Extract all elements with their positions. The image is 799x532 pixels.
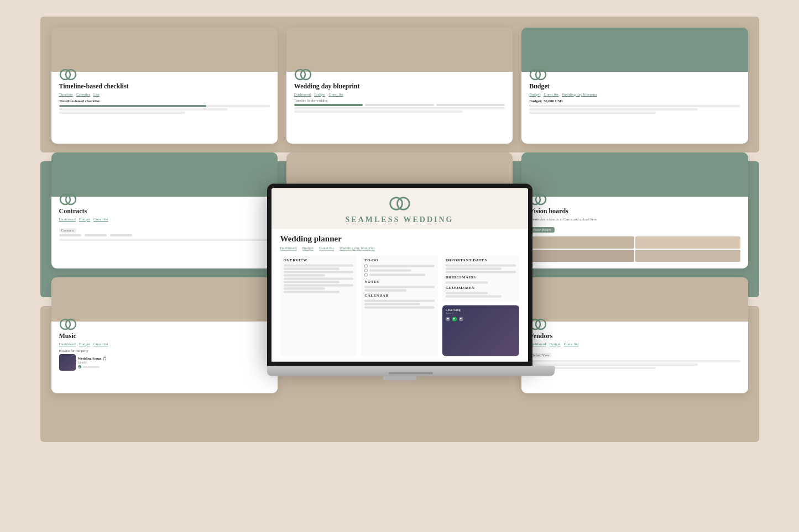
card-1-nav: TimelineCalendarList	[59, 92, 270, 97]
logo-rings-icon	[294, 69, 312, 81]
laptop-grid: Overview To-	[280, 255, 519, 356]
card-vendors: Vendors DashboardBudgetGuest list Defaul…	[521, 277, 748, 393]
laptop-base	[267, 366, 555, 376]
laptop-stand	[383, 376, 416, 380]
laptop-content: Wedding planner DashboardBudgetGuest lis…	[271, 229, 528, 361]
card-wedding-blueprint: Wedding day blueprint DashboardBudgetGue…	[286, 28, 513, 144]
logo-rings-icon	[59, 69, 77, 81]
card-vision-boards: Vision boards Create vision boards in Ca…	[521, 152, 748, 268]
card-budget: Budget BudgetGuest listWedding day bluep…	[521, 28, 748, 144]
main-container: Timeline-based checklist TimelineCalenda…	[0, 0, 799, 532]
card-3-title: Budget	[529, 82, 740, 91]
card-music: Music DashboardBudgetGuest list Playlist…	[51, 277, 278, 393]
logo-rings-icon	[529, 69, 547, 81]
laptop-overview-section: Overview	[280, 255, 357, 356]
laptop-brand-name: SEAMLESS WEDDING	[283, 215, 517, 224]
laptop-overlay: SEAMLESS WEDDING Wedding planner Dashboa…	[267, 183, 532, 380]
card-7-title: Music	[59, 332, 270, 340]
laptop-header: SEAMLESS WEDDING	[271, 188, 528, 229]
laptop-todo-section: To-do	[361, 255, 438, 356]
card-8-title: Vendors	[529, 332, 740, 340]
logo-rings-icon	[59, 193, 77, 206]
logo-rings-icon	[59, 318, 77, 330]
laptop-logo-icon	[389, 196, 411, 211]
card-6-title: Vision boards	[529, 207, 740, 215]
card-contracts: Contracts DashboardBudgetGuest list Cont…	[51, 152, 278, 268]
laptop-music-player: Love Song Spotify ⏮ ▶ ⏭	[442, 305, 519, 356]
laptop-nav: DashboardBudgetGuest listWedding day blu…	[280, 246, 519, 250]
card-2-nav: DashboardBudgetGuest list	[294, 92, 505, 97]
card-4-title: Contracts	[59, 207, 270, 215]
card-timeline-checklist: Timeline-based checklist TimelineCalenda…	[51, 28, 278, 144]
laptop-dates-section: Important dates Bridesmaids Groomsmen	[442, 255, 519, 302]
svg-point-17	[397, 197, 409, 209]
card-2-title: Wedding day blueprint	[294, 82, 505, 91]
laptop-page-title: Wedding planner	[280, 234, 519, 244]
card-1-title: Timeline-based checklist	[59, 82, 270, 91]
laptop-screen: SEAMLESS WEDDING Wedding planner Dashboa…	[267, 183, 532, 366]
svg-point-16	[390, 197, 402, 209]
